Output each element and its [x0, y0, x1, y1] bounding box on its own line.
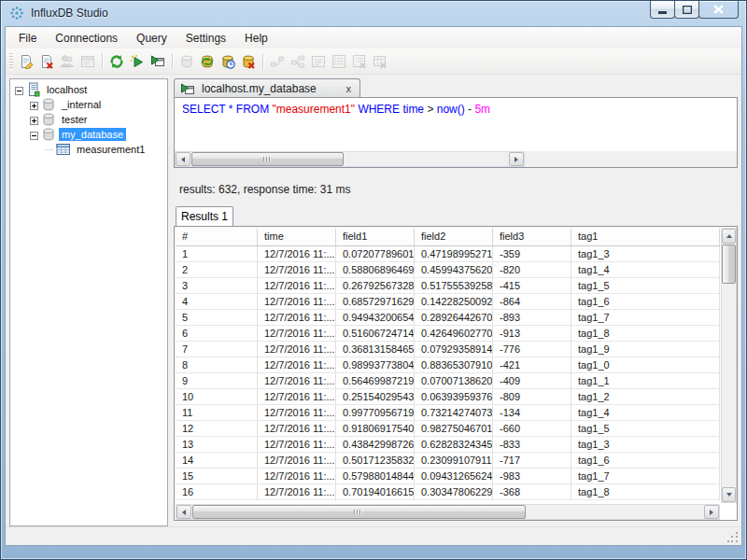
table-cell: 0.50171235832...	[336, 453, 415, 468]
tree-node-_internal[interactable]: _internal	[59, 98, 104, 111]
run-query-button[interactable]	[127, 51, 148, 72]
tree-expand-minus-icon[interactable]	[30, 131, 38, 139]
table-row[interactable]: 312/7/2016 11:...0.26792567328...0.51755…	[176, 278, 720, 294]
table-cell: tag1_7	[571, 310, 720, 325]
menu-connections[interactable]: Connections	[46, 29, 127, 48]
table-cell: 0.57988014844...	[336, 469, 415, 483]
toolbar-separator	[102, 53, 103, 70]
results-v-scrollbar[interactable]	[721, 228, 737, 503]
table-cell: 0.51606724714...	[336, 326, 415, 341]
column-header-num[interactable]: #	[176, 228, 258, 245]
tree-node-localhost[interactable]: localhost	[44, 83, 90, 96]
column-header-field3[interactable]: field3	[493, 228, 571, 245]
tree-expand-minus-icon[interactable]	[15, 86, 23, 94]
table-row[interactable]: 612/7/2016 11:...0.51606724714...0.42649…	[176, 326, 720, 342]
retention-policies-button[interactable]	[218, 51, 238, 72]
drop-database-button[interactable]	[238, 51, 259, 72]
refresh-databases-button[interactable]	[197, 51, 218, 72]
tree-expand-plus-icon[interactable]	[30, 116, 38, 124]
table-row[interactable]: 512/7/2016 11:...0.94943200654...0.28926…	[176, 310, 720, 326]
table-cell: 0.07007138620...	[415, 373, 493, 388]
query-tab-strip: localhost.my_database x	[174, 78, 738, 97]
editor-h-scrollbar[interactable]	[175, 151, 525, 167]
table-icon	[56, 142, 71, 157]
edit-connection-button[interactable]	[16, 51, 36, 72]
table-cell: 0.42649602770...	[415, 326, 493, 341]
tab-close-icon[interactable]: x	[344, 83, 355, 94]
column-header-tag1[interactable]: tag1	[571, 228, 720, 245]
table-row[interactable]: 812/7/2016 11:...0.98993773804...0.88365…	[176, 357, 720, 373]
titlebar[interactable]: InfluxDB Studio	[1, 1, 746, 26]
table-cell: 0.88365307910...	[415, 357, 493, 372]
menu-bar: FileConnectionsQuerySettingsHelp	[6, 27, 741, 49]
menu-file[interactable]: File	[9, 29, 46, 48]
tree-connector	[45, 149, 53, 150]
query-editor[interactable]: SELECT * FROM "measurement1" WHERE time …	[175, 98, 737, 151]
table-cell: tag1_3	[571, 437, 720, 452]
app-logo-icon	[9, 6, 24, 21]
results-h-scrollbar[interactable]	[176, 504, 720, 520]
table-row[interactable]: 1412/7/2016 11:...0.50171235832...0.2309…	[176, 453, 720, 469]
table-cell: 14	[176, 453, 258, 468]
scroll-left-icon[interactable]	[176, 505, 191, 519]
delete-connection-button[interactable]	[36, 51, 57, 72]
table-row[interactable]: 1212/7/2016 11:...0.91806917540...0.9827…	[176, 421, 720, 437]
table-cell: tag1_5	[571, 278, 720, 293]
app-window: InfluxDB Studio FileConnectionsQuerySett…	[0, 0, 747, 560]
menu-query[interactable]: Query	[127, 29, 176, 48]
show-queries-button	[267, 51, 288, 72]
table-row[interactable]: 412/7/2016 11:...0.68572971629...0.14228…	[176, 294, 720, 310]
table-row[interactable]: 1612/7/2016 11:...0.70194016615...0.3034…	[176, 484, 720, 500]
run-query-new-tab-button[interactable]	[148, 51, 168, 72]
table-row[interactable]: 912/7/2016 11:...0.56469987219...0.07007…	[176, 373, 720, 389]
result-summary: results: 632, response time: 31 ms	[179, 183, 738, 198]
table-cell: 12	[176, 421, 258, 436]
table-cell: 4	[176, 294, 258, 309]
table-cell: 6	[176, 326, 258, 341]
tree-expand-plus-icon[interactable]	[30, 101, 38, 109]
query-tab[interactable]: localhost.my_database x	[174, 78, 360, 97]
table-cell: -660	[493, 421, 571, 436]
table-cell: 12/7/2016 11:...	[258, 421, 336, 436]
query-token: -	[465, 103, 475, 116]
table-cell: 12/7/2016 11:...	[258, 453, 336, 468]
menu-settings[interactable]: Settings	[176, 29, 235, 48]
menu-help[interactable]: Help	[235, 29, 277, 48]
scroll-down-icon[interactable]	[722, 487, 736, 502]
toolbar-grip[interactable]	[9, 53, 13, 70]
table-row[interactable]: 212/7/2016 11:...0.58806896469...0.45994…	[176, 262, 720, 278]
results-tab[interactable]: Results 1	[176, 206, 233, 226]
minimize-button[interactable]	[650, 1, 675, 19]
table-cell: -913	[493, 326, 571, 341]
table-cell: 0.58806896469...	[336, 262, 415, 277]
tree-row: localhost	[11, 82, 166, 97]
scroll-left-icon[interactable]	[176, 152, 190, 166]
resize-grip-icon[interactable]	[727, 531, 740, 543]
table-cell: 12/7/2016 11:...	[258, 262, 336, 277]
scroll-up-icon[interactable]	[722, 229, 736, 244]
table-row[interactable]: 1012/7/2016 11:...0.25154029543...0.0639…	[176, 389, 720, 405]
table-row[interactable]: 1312/7/2016 11:...0.43842998726...0.6282…	[176, 437, 720, 453]
table-row[interactable]: 1512/7/2016 11:...0.57988014844...0.0943…	[176, 469, 720, 484]
maximize-button[interactable]	[674, 1, 699, 19]
refresh-button[interactable]	[106, 51, 127, 72]
close-button[interactable]	[698, 1, 739, 19]
table-cell: 0.56469987219...	[336, 373, 415, 388]
table-row[interactable]: 712/7/2016 11:...0.36813158465...0.07929…	[176, 342, 720, 357]
tree-node-tester[interactable]: tester	[59, 113, 91, 126]
tree-node-my_database[interactable]: my_database	[59, 128, 126, 141]
tree-node-measurement1[interactable]: measurement1	[74, 143, 148, 156]
query-tab-label: localhost.my_database	[202, 82, 344, 95]
table-row[interactable]: 1112/7/2016 11:...0.99770956719...0.7321…	[176, 405, 720, 421]
scroll-right-icon[interactable]	[509, 152, 524, 166]
column-header-field1[interactable]: field1	[336, 228, 415, 245]
results-grid: #timefield1field2field3tag1112/7/2016 11…	[176, 228, 720, 503]
table-cell: tag1_1	[571, 373, 720, 388]
toolbar-separator	[172, 53, 173, 70]
table-cell: -893	[493, 310, 571, 325]
column-header-time[interactable]: time	[258, 228, 336, 245]
scroll-right-icon[interactable]	[704, 505, 719, 519]
table-cell: 0.91806917540...	[336, 421, 415, 436]
table-row[interactable]: 112/7/2016 11:...0.07207789601...0.47198…	[176, 246, 720, 262]
column-header-field2[interactable]: field2	[415, 228, 493, 245]
